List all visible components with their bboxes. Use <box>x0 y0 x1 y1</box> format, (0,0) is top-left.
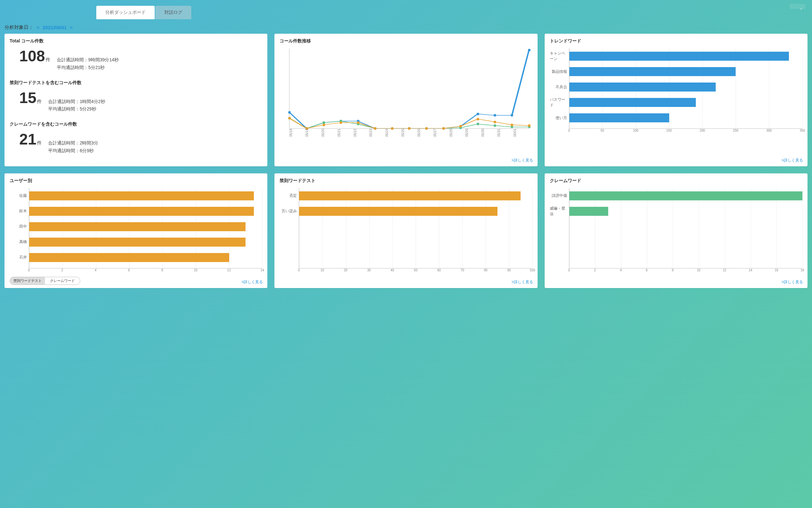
line-point <box>494 121 496 123</box>
hbar-chart: 佐藤鈴木田中高橋石井02468101214 <box>10 188 262 273</box>
hbar-category: 石井 <box>10 250 29 265</box>
hbar-bar <box>569 83 716 91</box>
card-ban-word: 禁則ワードテスト 否定言い淀み0102030405060708090100 >詳… <box>274 173 537 288</box>
line-point <box>494 114 496 117</box>
hbar-bar <box>569 52 789 61</box>
stat-title: Total コール件数 <box>10 38 262 44</box>
card-trend-word: トレンドワード キャンペーン製品情報不具合パスワード使い方05010015020… <box>545 34 808 166</box>
tabs: 分析ダッシュボード 対話ログ <box>96 6 192 19</box>
stat-value: 21件 <box>19 130 42 148</box>
hbar-category: キャンペーン <box>550 48 569 64</box>
hbar-category: 威嚇・脅迫 <box>550 204 569 219</box>
stat-title: クレームワードを含むコール件数 <box>10 121 262 127</box>
date-prev[interactable]: < <box>37 25 40 30</box>
hbar-chart: 否定言い淀み0102030405060708090100 <box>279 188 532 273</box>
card-call-trend: コール件数推移 05/1805/1905/2005/2105/2205/2305… <box>274 34 537 166</box>
hbar-bar <box>569 98 696 107</box>
line-point <box>357 121 359 124</box>
hbar-bar <box>29 207 254 216</box>
line-point <box>288 117 291 120</box>
toggle-claim[interactable]: クレームワード <box>45 277 80 285</box>
hbar-bar <box>569 192 802 200</box>
card-title: ユーザー別 <box>10 178 262 184</box>
hbar-bar <box>29 192 254 200</box>
line-point <box>288 111 291 114</box>
toggle-ban[interactable]: 禁則ワードテスト <box>10 277 45 285</box>
line-chart <box>289 48 529 129</box>
more-link[interactable]: >詳しく見る <box>511 158 533 163</box>
hbar-category: 高橋 <box>10 235 29 250</box>
hbar-category: 誹謗中傷 <box>550 188 569 204</box>
hbar-bar <box>29 253 229 262</box>
hbar-category: 使い方 <box>550 110 569 126</box>
stat-value: 108件 <box>19 47 50 65</box>
hbar-category: パスワード <box>550 95 569 110</box>
card-title: クレームワード <box>550 178 802 184</box>
date-label: 分析対象日： <box>4 25 33 31</box>
hbar-bar <box>569 67 736 76</box>
hbar-bar <box>569 113 669 122</box>
tab-dialog-log[interactable]: 対話ログ <box>155 6 191 19</box>
line-point <box>477 118 479 120</box>
date-value[interactable]: 2021/06/01 <box>43 25 67 30</box>
line-point <box>528 49 531 51</box>
line-point <box>340 121 342 124</box>
hbar-category: 鈴木 <box>10 204 29 219</box>
line-point <box>528 124 531 127</box>
date-next[interactable]: > <box>70 25 73 30</box>
hbar-category: 不具合 <box>550 79 569 95</box>
date-picker: 分析対象日： < 2021/06/01 > <box>0 19 812 34</box>
more-link[interactable]: >詳しく見る <box>241 280 263 285</box>
tab-dashboard[interactable]: 分析ダッシュボード <box>96 6 155 19</box>
hbar-bar <box>299 192 521 200</box>
account-menu[interactable] <box>790 4 806 9</box>
card-claim-word: クレームワード 誹謗中傷威嚇・脅迫024681012141618 >詳しく見る <box>545 173 808 288</box>
stat-sublines: 合計通話時間：2時間3分平均通話時間：6分9秒 <box>48 139 98 155</box>
more-link[interactable]: >詳しく見る <box>781 158 803 163</box>
hbar-chart: 誹謗中傷威嚇・脅迫024681012141618 <box>550 188 802 273</box>
line-point <box>494 124 496 127</box>
more-link[interactable]: >詳しく見る <box>781 280 803 285</box>
hbar-bar <box>29 222 245 231</box>
hbar-bar <box>29 238 245 247</box>
stat-sublines: 合計通話時間：9時間39分14秒平均通話時間：5分21秒 <box>57 56 119 72</box>
hbar-category: 否定 <box>279 188 299 204</box>
topbar: 分析ダッシュボード 対話ログ <box>0 0 812 19</box>
line-point <box>459 125 462 127</box>
line-point <box>323 124 325 126</box>
user-chart-toggle: 禁則ワードテスト クレームワード <box>10 277 80 285</box>
hbar-category: 製品情報 <box>550 64 569 79</box>
hbar-bar <box>569 207 608 216</box>
more-link[interactable]: >詳しく見る <box>511 280 533 285</box>
hbar-category: 佐藤 <box>10 188 29 204</box>
hbar-category: 田中 <box>10 219 29 235</box>
hbar-chart: キャンペーン製品情報不具合パスワード使い方0501001502002503003… <box>550 48 802 134</box>
card-title: コール件数推移 <box>279 38 532 44</box>
card-title: トレンドワード <box>550 38 802 44</box>
card-totals: Total コール件数 108件 合計通話時間：9時間39分14秒平均通話時間：… <box>4 34 267 166</box>
stat-title: 禁則ワードテストを含むコール件数 <box>10 80 262 86</box>
card-title: 禁則ワードテスト <box>279 178 532 184</box>
line-point <box>477 113 479 115</box>
line-point <box>511 114 513 117</box>
line-point <box>511 124 513 126</box>
stat-sublines: 合計通話時間：1時間4分2秒平均通話時間：5分29秒 <box>48 98 105 113</box>
hbar-category: 言い淀み <box>279 204 299 219</box>
card-by-user: ユーザー別 佐藤鈴木田中高橋石井02468101214 禁則ワードテスト クレー… <box>4 173 267 288</box>
line-xaxis: 05/1805/1905/2005/2105/2205/2305/2405/25… <box>289 129 529 138</box>
stat-value: 15件 <box>19 89 42 107</box>
hbar-bar <box>299 207 497 216</box>
line-point <box>477 123 479 125</box>
